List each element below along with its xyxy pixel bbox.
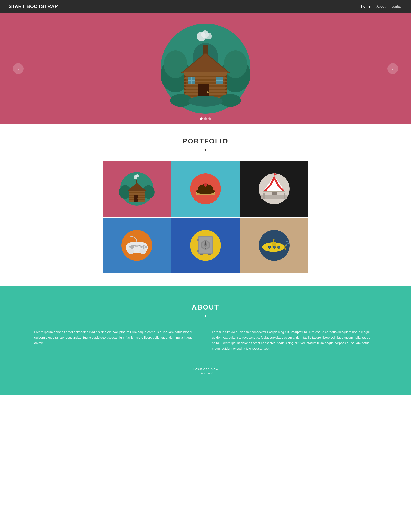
svg-point-86 <box>143 247 145 249</box>
beret-book-icon <box>186 170 225 208</box>
svg-rect-97 <box>197 239 199 241</box>
download-btn-sub: ⬡ ⬢ ⬡ ⬢ ⬡ <box>197 372 214 375</box>
svg-point-29 <box>225 82 227 84</box>
divider-line-left <box>176 150 202 150</box>
about-divider-line-right <box>209 316 235 316</box>
nav-link-home[interactable]: Home <box>361 4 370 8</box>
svg-point-91 <box>139 249 146 254</box>
carousel-prev-button[interactable]: ‹ <box>13 63 24 74</box>
nav-item-contact[interactable]: contact <box>391 4 402 8</box>
svg-point-87 <box>140 246 143 248</box>
game-controller-icon: SUPER GAME <box>118 226 156 265</box>
svg-rect-78 <box>263 193 265 199</box>
portfolio-grid: SUPER GAME <box>103 161 308 273</box>
svg-point-119 <box>274 247 275 248</box>
cabin-icon <box>118 170 156 208</box>
svg-rect-66 <box>197 192 210 192</box>
svg-point-21 <box>184 79 186 81</box>
about-divider-star: ★ <box>204 314 207 319</box>
svg-point-65 <box>204 183 207 187</box>
svg-rect-54 <box>129 194 145 194</box>
portfolio-section: PORTFOLIO ★ <box>0 124 411 286</box>
divider-line-right <box>209 150 235 150</box>
svg-point-116 <box>269 247 270 248</box>
portfolio-title: PORTFOLIO <box>9 137 402 145</box>
about-section: ABOUT ★ Lorem ipsum dolor sit amet conse… <box>0 286 411 395</box>
svg-point-49 <box>136 174 139 177</box>
svg-point-8 <box>205 33 212 39</box>
svg-point-32 <box>225 92 227 94</box>
svg-point-85 <box>145 246 147 248</box>
svg-rect-53 <box>129 192 145 193</box>
portfolio-item-submarine[interactable] <box>240 218 308 273</box>
svg-point-43 <box>219 94 241 107</box>
nav-item-about[interactable]: About <box>376 4 385 8</box>
carousel-inner <box>0 13 411 124</box>
carousel-indicators <box>200 117 211 120</box>
safe-icon <box>186 226 225 265</box>
carousel: ‹ <box>0 13 411 124</box>
portfolio-item-controller[interactable]: SUPER GAME <box>103 218 171 273</box>
about-title: ABOUT <box>34 303 377 311</box>
download-btn-wrapper: Download Now ⬡ ⬢ ⬡ ⬢ ⬡ <box>34 364 377 378</box>
carousel-indicator-3[interactable] <box>209 117 211 120</box>
svg-point-30 <box>225 85 227 87</box>
svg-point-27 <box>225 76 227 78</box>
navbar-brand: START BOOTSTRAP <box>9 4 58 9</box>
nav-link-about[interactable]: About <box>376 4 385 8</box>
navbar-nav: Home About contact <box>361 4 402 8</box>
portfolio-item-circus[interactable] <box>240 161 308 217</box>
svg-point-90 <box>127 249 134 254</box>
svg-rect-107 <box>200 254 202 255</box>
svg-text:SUPER GAME: SUPER GAME <box>133 245 140 246</box>
svg-point-31 <box>225 88 227 90</box>
about-divider: ★ <box>34 314 377 319</box>
svg-point-42 <box>170 94 192 107</box>
download-button[interactable]: Download Now ⬡ ⬢ ⬡ ⬢ ⬡ <box>182 364 229 378</box>
svg-point-84 <box>143 245 145 247</box>
svg-rect-74 <box>272 192 277 195</box>
svg-point-23 <box>184 85 186 87</box>
svg-rect-79 <box>284 193 285 199</box>
svg-point-35 <box>207 91 209 93</box>
svg-point-25 <box>184 92 186 94</box>
svg-point-24 <box>184 88 186 90</box>
svg-point-22 <box>184 82 186 84</box>
nav-item-home[interactable]: Home <box>361 4 370 8</box>
about-divider-line-left <box>176 316 202 316</box>
about-text-right: Lorem ipsum dolor sit amet consectetur a… <box>212 329 377 351</box>
about-columns: Lorem ipsum dolor sit amet consectetur a… <box>34 329 377 351</box>
carousel-indicator-2[interactable] <box>204 117 207 120</box>
svg-rect-83 <box>131 245 133 249</box>
portfolio-item-safe[interactable] <box>172 218 239 273</box>
portfolio-item-cabin[interactable] <box>103 161 171 217</box>
portfolio-divider: ★ <box>9 148 402 152</box>
svg-point-44 <box>188 96 223 106</box>
carousel-cabin-illustration <box>156 19 255 118</box>
navbar: START BOOTSTRAP Home About contact <box>0 0 411 13</box>
carousel-next-button[interactable]: › <box>387 63 398 74</box>
download-btn-label: Download Now <box>193 367 218 371</box>
svg-rect-13 <box>184 76 227 77</box>
svg-rect-73 <box>263 190 285 192</box>
svg-point-2 <box>164 50 187 78</box>
svg-rect-113 <box>273 239 275 240</box>
svg-rect-77 <box>261 195 287 199</box>
about-text-left: Lorem ipsum dolor sit amet consectetur a… <box>34 329 199 351</box>
submarine-icon <box>255 226 293 265</box>
svg-point-28 <box>225 79 227 81</box>
carousel-indicator-1[interactable] <box>200 117 202 120</box>
svg-point-122 <box>278 247 280 248</box>
divider-star: ★ <box>204 148 207 152</box>
nav-link-contact[interactable]: contact <box>391 4 402 8</box>
svg-rect-98 <box>197 250 199 252</box>
svg-rect-108 <box>209 254 211 255</box>
portfolio-item-beret-book[interactable] <box>172 161 239 217</box>
svg-point-4 <box>224 50 247 78</box>
circus-tent-icon <box>255 170 293 208</box>
svg-point-20 <box>184 76 186 78</box>
svg-point-59 <box>137 198 138 199</box>
